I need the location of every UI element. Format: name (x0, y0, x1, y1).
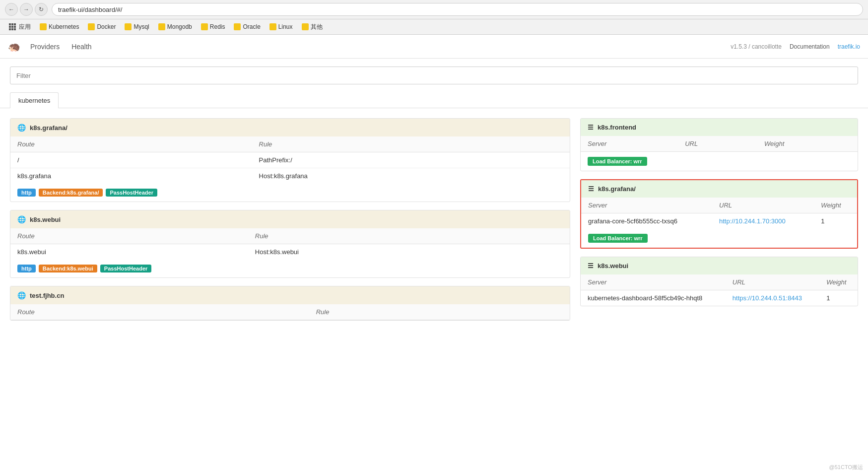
filter-bar (0, 59, 868, 92)
redis-bookmark[interactable]: Redis (197, 22, 229, 31)
route-cell: k8s.webui (10, 244, 248, 260)
k8s-grafana-routes-table: Route Rule / PathPrefix:/ k8s.grafana Ho… (10, 136, 570, 184)
traefik-link[interactable]: traefik.io (838, 43, 860, 50)
test-fjhb-frontend-title: test.fjhb.cn (30, 292, 64, 299)
k8s-frontend-backend-card: ☰ k8s.frontend Server URL Weight Load Ba… (580, 118, 858, 171)
server-col-header: Server (581, 136, 678, 152)
back-button[interactable]: ← (5, 3, 18, 16)
url-col-header: URL (712, 198, 814, 213)
k8s-webui-frontend-card: 🌐 k8s.webui Route Rule k8s.webui Host:k8… (10, 210, 570, 278)
url-col-header: URL (726, 274, 819, 290)
url-col-header: URL (678, 136, 757, 152)
k8s-webui-backend-header: ☰ k8s.webui (581, 257, 858, 274)
documentation-link[interactable]: Documentation (790, 43, 830, 50)
rule-cell: Host:k8s.grafana (252, 168, 570, 184)
folder-icon (88, 23, 95, 30)
route-header: Route (10, 228, 248, 244)
http-tag: http (17, 189, 36, 197)
apps-grid-icon (8, 22, 17, 31)
address-bar[interactable] (52, 3, 863, 16)
folder-icon (158, 23, 165, 30)
weight-cell: 1 (814, 213, 857, 229)
right-column: ☰ k8s.frontend Server URL Weight Load Ba… (580, 118, 858, 321)
table-row: k8s.grafana Host:k8s.grafana (10, 168, 570, 184)
k8s-grafana-tags: http Backend:k8s.grafana/ PassHostHeader (10, 184, 570, 202)
other-label: 其他 (311, 23, 323, 31)
k8s-grafana-backend-header: ☰ k8s.grafana/ (581, 180, 857, 198)
globe-icon: 🌐 (17, 291, 26, 299)
server-cell: grafana-core-5cf6b555cc-txsq6 (581, 213, 712, 229)
bookmarks-bar: 应用 Kubernetes Docker Mysql Mongodb Redis… (0, 19, 868, 35)
refresh-button[interactable]: ↻ (35, 3, 48, 16)
table-row: kubernetes-dashboard-58f5cb49c-hhqt8 htt… (581, 290, 858, 306)
rule-header: Rule (248, 228, 570, 244)
docker-label: Docker (97, 23, 116, 30)
mysql-bookmark[interactable]: Mysql (121, 22, 153, 31)
providers-link[interactable]: Providers (30, 36, 60, 58)
filter-input[interactable] (10, 67, 858, 84)
weight-col-header: Weight (814, 198, 857, 213)
browser-chrome: ← → ↻ (0, 0, 868, 19)
url-cell: http://10.244.1.70:3000 (712, 213, 814, 229)
server-col-header: Server (581, 198, 712, 213)
test-fjhb-routes-table: Route Rule (10, 304, 570, 320)
rule-cell: Host:k8s.webui (248, 244, 570, 260)
k8s-webui-backend-card: ☰ k8s.webui Server URL Weight kubernetes… (580, 257, 858, 306)
k8s-grafana-backend-card: ☰ k8s.grafana/ Server URL Weight grafana… (580, 179, 858, 249)
test-fjhb-frontend-card: 🌐 test.fjhb.cn Route Rule (10, 286, 570, 321)
weight-col-header: Weight (819, 274, 858, 290)
mongodb-bookmark[interactable]: Mongodb (154, 22, 196, 31)
folder-icon (125, 23, 132, 30)
nav-buttons: ← → ↻ (5, 3, 48, 16)
k8s-grafana-frontend-header: 🌐 k8s.grafana/ (10, 119, 570, 136)
k8s-webui-tags: http Backend:k8s.webui PassHostHeader (10, 260, 570, 277)
linux-bookmark[interactable]: Linux (266, 22, 297, 31)
url-link[interactable]: https://10.244.0.51:8443 (733, 294, 802, 302)
route-cell: / (10, 152, 252, 168)
folder-icon (201, 23, 208, 30)
globe-icon: 🌐 (17, 215, 26, 223)
route-cell: k8s.grafana (10, 168, 252, 184)
k8s-frontend-backend-title: k8s.frontend (598, 124, 636, 131)
app-container: 🦔 Providers Health v1.5.3 / cancoillotte… (0, 35, 868, 476)
passhost-tag: PassHostHeader (106, 189, 157, 197)
health-link[interactable]: Health (71, 36, 91, 58)
kubernetes-label: Kubernetes (49, 23, 79, 30)
k8s-grafana-lb-bar: Load Balancer: wrr (581, 229, 857, 248)
kubernetes-bookmark[interactable]: Kubernetes (36, 22, 83, 31)
lb-badge: Load Balancer: wrr (588, 234, 648, 243)
server-icon: ☰ (588, 124, 594, 131)
k8s-webui-backend-table: Server URL Weight kubernetes-dashboard-5… (581, 274, 858, 306)
passhost-tag: PassHostHeader (100, 265, 151, 272)
folder-icon (234, 23, 241, 30)
top-nav: 🦔 Providers Health v1.5.3 / cancoillotte… (0, 35, 868, 59)
main-content: 🌐 k8s.grafana/ Route Rule / PathPrefix:/ (0, 108, 868, 331)
oracle-bookmark[interactable]: Oracle (230, 22, 264, 31)
k8s-webui-backend-title: k8s.webui (598, 262, 628, 270)
k8s-webui-frontend-header: 🌐 k8s.webui (10, 210, 570, 228)
docker-bookmark[interactable]: Docker (84, 22, 120, 31)
k8s-grafana-frontend-title: k8s.grafana/ (30, 124, 67, 132)
rule-header: Rule (309, 304, 570, 320)
mysql-label: Mysql (134, 23, 149, 30)
k8s-webui-frontend-title: k8s.webui (30, 216, 61, 223)
linux-label: Linux (278, 23, 293, 30)
left-column: 🌐 k8s.grafana/ Route Rule / PathPrefix:/ (10, 118, 570, 321)
globe-icon: 🌐 (17, 124, 26, 132)
folder-icon (302, 23, 309, 30)
k8s-frontend-backend-table: Server URL Weight (581, 136, 858, 152)
forward-button[interactable]: → (20, 3, 33, 16)
oracle-label: Oracle (243, 23, 260, 30)
kubernetes-tab[interactable]: kubernetes (10, 92, 59, 108)
table-row: / PathPrefix:/ (10, 152, 570, 168)
server-icon: ☰ (588, 185, 594, 193)
apps-bookmark[interactable]: 应用 (4, 21, 35, 32)
route-header: Route (10, 304, 309, 320)
nav-right: v1.5.3 / cancoillotte Documentation trae… (731, 43, 860, 50)
rule-header: Rule (252, 136, 570, 152)
k8s-webui-routes-table: Route Rule k8s.webui Host:k8s.webui (10, 228, 570, 260)
table-row: k8s.webui Host:k8s.webui (10, 244, 570, 260)
other-bookmark[interactable]: 其他 (298, 22, 327, 32)
backend-tag: Backend:k8s.webui (39, 265, 97, 272)
url-link[interactable]: http://10.244.1.70:3000 (719, 217, 786, 225)
